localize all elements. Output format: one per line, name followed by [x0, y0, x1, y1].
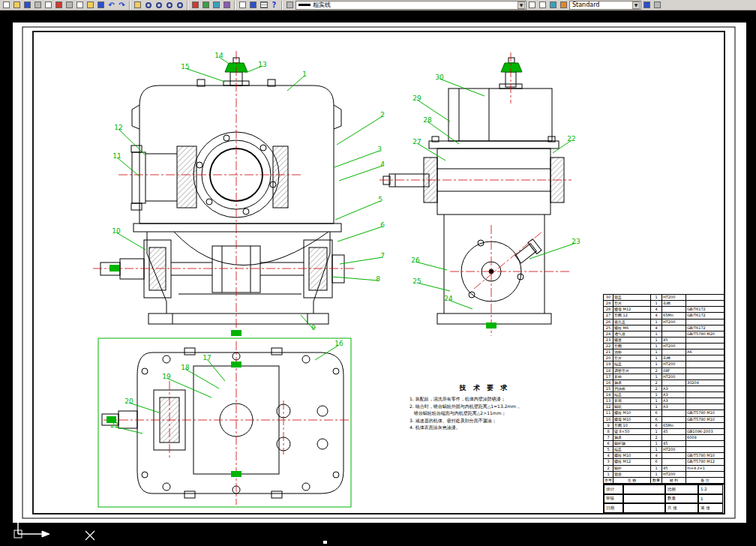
- text-style-combo[interactable]: Standard ▼: [569, 1, 641, 10]
- part-balloon-2: 2: [380, 111, 385, 118]
- zoom-previous-icon[interactable]: [164, 0, 174, 10]
- bom-cell: 12: [604, 404, 614, 410]
- bom-row: 30箱盖1HT200: [604, 295, 724, 301]
- title-block-cell: [623, 484, 665, 494]
- redo-icon[interactable]: ↷: [117, 0, 127, 10]
- part-balloon-28: 28: [423, 116, 432, 124]
- bom-cell: 18: [604, 368, 614, 374]
- help-icon[interactable]: ?: [269, 0, 279, 10]
- redraw-icon[interactable]: [190, 0, 200, 10]
- bom-cell: A3: [662, 386, 686, 392]
- sheet-icon[interactable]: [527, 0, 537, 10]
- bom-cell: [662, 380, 686, 386]
- toolbar-separator: [187, 1, 188, 10]
- bom-row: 13套筒1A3: [604, 398, 724, 404]
- paste-icon[interactable]: [86, 0, 95, 10]
- bom-cell: 28: [604, 307, 614, 312]
- bom-cell: 24: [604, 332, 614, 337]
- table-icon[interactable]: [259, 0, 268, 10]
- cut-icon[interactable]: [64, 0, 74, 10]
- bom-cell: [662, 307, 686, 312]
- measure-icon[interactable]: [212, 0, 221, 10]
- tech-requirement-line: 4. 机体表面涂灰色油漆。: [410, 424, 560, 431]
- bom-cell: [686, 398, 724, 404]
- zoom-window-icon[interactable]: [154, 0, 164, 10]
- part-balloon-10: 10: [112, 227, 121, 235]
- bom-cell: 30204: [686, 380, 724, 386]
- print-icon[interactable]: [33, 0, 43, 10]
- bom-cell: 4: [651, 326, 662, 331]
- sheet2-icon[interactable]: [538, 0, 548, 10]
- bom-cell: 65Mn: [662, 313, 686, 318]
- save-icon[interactable]: [22, 0, 32, 10]
- render-icon[interactable]: [642, 0, 652, 10]
- bom-row: 20垫片1石棉: [604, 356, 724, 362]
- settings-icon[interactable]: [652, 0, 662, 10]
- copy-icon[interactable]: [75, 0, 85, 10]
- open-icon[interactable]: [12, 0, 22, 10]
- layers-icon[interactable]: [285, 0, 295, 10]
- bom-cell: 1: [651, 398, 662, 404]
- bom-cell: 22: [604, 344, 614, 349]
- regen-icon[interactable]: [201, 0, 211, 10]
- bom-row: 2蜗杆145m=4 z=1: [604, 466, 724, 472]
- chevron-down-icon[interactable]: ▼: [632, 2, 640, 9]
- zoom-realtime-icon[interactable]: [143, 0, 153, 10]
- bom-header-row: 序号名 称数量材 料备 注: [604, 478, 724, 484]
- bom-row: 12蜗轮1A3: [604, 404, 724, 410]
- bom-cell: 1: [651, 338, 662, 343]
- title-block-cell: 比例: [665, 484, 698, 494]
- title-block-cell: [623, 503, 665, 513]
- bom-cell: 端盖: [614, 392, 651, 398]
- preview-icon[interactable]: [44, 0, 53, 10]
- pan-icon[interactable]: [133, 0, 142, 10]
- bom-cell: GB/T5780 M10: [686, 453, 724, 458]
- bom-cell: 套杯: [614, 374, 651, 380]
- part-balloon-12: 12: [114, 124, 122, 131]
- bom-cell: 65Mn: [662, 423, 686, 428]
- bom-cell: [686, 356, 724, 361]
- bom-cell: 轴承: [614, 380, 651, 386]
- part-balloon-25: 25: [412, 278, 421, 285]
- bom-cell: 蜗轮: [614, 404, 651, 410]
- bom-cell: 端盖: [614, 362, 651, 367]
- bom-cell: 13: [604, 398, 614, 404]
- bom-cell: 螺栓 M12: [614, 459, 651, 464]
- bom-cell: 1: [651, 374, 662, 380]
- title-block-cell: 设计: [604, 484, 623, 494]
- bom-cell: 6: [604, 441, 614, 446]
- zoom-extents-icon[interactable]: [175, 0, 184, 10]
- title-block-cell: 审核: [604, 494, 623, 504]
- block-icon[interactable]: [238, 0, 248, 10]
- bom-cell: [686, 472, 724, 477]
- tech-requirement-line: 2. 啮合时，锥齿蜗轮外圆与内机壁距离△1=13.2mm，: [410, 403, 560, 410]
- bom-cell: 23: [604, 338, 614, 343]
- bom-cell: 螺栓 M10: [614, 453, 651, 458]
- bom-cell: 垫片: [614, 356, 651, 361]
- new-icon[interactable]: [2, 0, 11, 10]
- plot-style-icon[interactable]: [548, 0, 558, 10]
- chevron-down-icon[interactable]: ▼: [518, 2, 525, 9]
- undo-icon[interactable]: ↶: [106, 0, 116, 10]
- bom-row: 5端盖1HT200: [604, 447, 724, 453]
- pencil-icon[interactable]: [559, 0, 568, 10]
- bom-cell: 2: [651, 386, 662, 392]
- bom-row: 3螺栓 M126GB/T5780 M12: [604, 459, 724, 465]
- area-icon[interactable]: [222, 0, 232, 10]
- bom-cell: [686, 344, 724, 349]
- bom-cell: 7: [604, 435, 614, 440]
- status-marker: [323, 541, 327, 544]
- spell-icon[interactable]: [54, 0, 64, 10]
- bom-cell: [686, 368, 724, 374]
- bom-cell: 8: [604, 429, 614, 434]
- tech-requirement-line: 1. 装配前，清洗所有零件，机体内壁涂防锈漆；: [410, 395, 560, 403]
- bom-cell: [686, 338, 724, 343]
- bom-cell: [686, 301, 724, 306]
- match-props-icon[interactable]: [96, 0, 106, 10]
- insert-icon[interactable]: [248, 0, 258, 10]
- linetype-combo[interactable]: 粗实线 ▼: [296, 1, 526, 10]
- bom-row: 4螺栓 M104GB/T5780 M10: [604, 453, 724, 459]
- bom-cell: 1: [651, 392, 662, 398]
- bom-cell: [686, 295, 724, 300]
- bom-cell: 16: [604, 380, 614, 386]
